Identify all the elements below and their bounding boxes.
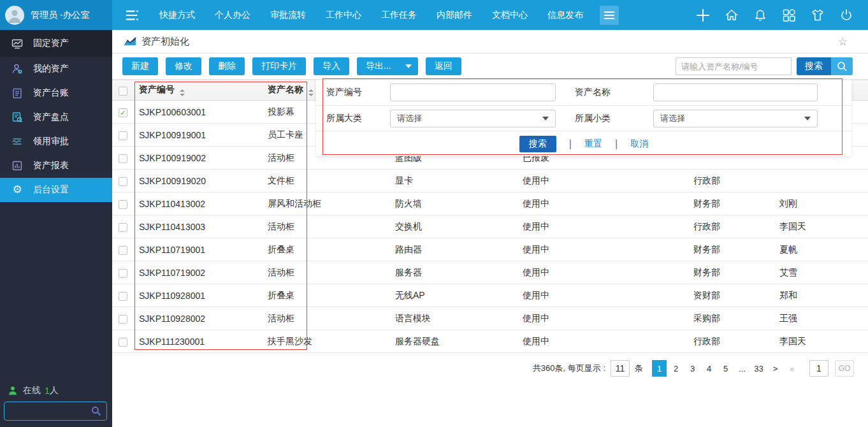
user-brand[interactable]: 管理员 -办公室	[0, 0, 112, 30]
page-button[interactable]: »	[785, 360, 799, 377]
export-label: 导出...	[366, 61, 391, 72]
nav-item[interactable]: 工作任务	[381, 10, 417, 21]
sidebar-item-asset-ledger[interactable]: 资产台账	[0, 81, 112, 105]
asset-code-input[interactable]	[390, 83, 556, 101]
quick-search-button[interactable]: 搜索	[797, 57, 831, 75]
nav-item[interactable]: 信息发布	[547, 10, 583, 21]
edit-button[interactable]: 修改	[166, 57, 201, 75]
sidebar-item-asset-reports[interactable]: 资产报表	[0, 154, 112, 178]
cell-user	[774, 170, 868, 192]
approval-list-icon	[11, 136, 23, 147]
cell-item-name: 交换机	[390, 215, 517, 238]
table-row[interactable]: SJKP110928002 活动柜 语言模块 使用中 采购部 王强	[112, 307, 868, 330]
nav-item[interactable]: 快捷方式	[159, 10, 195, 21]
page-button[interactable]: >	[768, 360, 783, 377]
row-checkbox[interactable]	[119, 200, 127, 209]
page-button[interactable]: 4	[702, 360, 716, 377]
sidebar-item-my-assets[interactable]: 我的资产	[0, 57, 112, 81]
apps-grid-icon[interactable]	[781, 8, 797, 23]
page-button[interactable]: 1	[652, 360, 667, 377]
table-row[interactable]: SJKP100919020 文件柜 显卡 使用中 行政部	[112, 170, 868, 192]
delete-button[interactable]: 删除	[209, 57, 245, 75]
sort-arrows-icon[interactable]	[180, 89, 185, 96]
chevron-down-icon	[804, 117, 811, 120]
go-button[interactable]: GO	[835, 360, 854, 377]
page-button[interactable]: 5	[718, 360, 733, 377]
cell-status: 使用中	[517, 238, 688, 261]
power-icon[interactable]	[839, 8, 854, 23]
add-icon[interactable]	[695, 8, 711, 23]
new-button[interactable]: 新建	[122, 57, 158, 75]
pagination-pages: 12345...33>»	[652, 360, 799, 377]
goto-page-input[interactable]	[809, 360, 828, 377]
page-button[interactable]: 3	[685, 360, 700, 377]
nav-item[interactable]: 审批流转	[270, 10, 306, 21]
row-checkbox[interactable]	[119, 269, 127, 278]
table-row[interactable]: SJKP110413002 屏风和活动柜 防火墙 使用中 财务部 刘刚	[112, 192, 868, 215]
sidebar-item-requisition-approval[interactable]: 领用审批	[0, 129, 112, 154]
row-checkbox[interactable]	[119, 315, 127, 324]
page-button[interactable]: ...	[735, 360, 749, 377]
table-row[interactable]: SJKP110928001 折叠桌 无线AP 使用中 资财部 郑和	[112, 284, 868, 307]
cell-department: 行政部	[688, 330, 774, 353]
nav-item[interactable]: 内部邮件	[437, 10, 472, 21]
panel-search-button[interactable]: 搜索	[519, 136, 556, 152]
collapse-sidebar-icon[interactable]	[125, 8, 140, 23]
sort-arrows-icon[interactable]	[308, 89, 314, 96]
sidebar-item-fixed-assets[interactable]: 固定资产	[0, 30, 112, 57]
nav-item[interactable]: 文档中心	[492, 10, 528, 21]
row-checkbox[interactable]	[119, 154, 127, 163]
cell-user: 李国天	[774, 215, 868, 238]
nav-item[interactable]: 工作中心	[326, 10, 361, 21]
favorite-star-icon[interactable]: ☆	[838, 35, 848, 48]
nav-item[interactable]: 个人办公	[215, 10, 250, 21]
cell-item-name: 显卡	[390, 170, 517, 192]
minor-category-select[interactable]: 请选择	[653, 110, 818, 127]
cell-asset-code: SJKP110719002	[134, 261, 263, 284]
reset-link[interactable]: 重置	[584, 138, 602, 150]
cell-asset-code: SJKP100919002	[134, 147, 263, 170]
cell-item-name: 服务器硬盘	[390, 330, 517, 353]
search-magnifier-button[interactable]	[831, 57, 853, 75]
sidebar-item-asset-inventory[interactable]: 资产盘点	[0, 105, 112, 129]
row-checkbox[interactable]	[119, 131, 127, 140]
asset-name-header-label: 资产名称	[268, 84, 303, 94]
search-icon	[837, 61, 848, 72]
row-checkbox[interactable]	[119, 338, 127, 347]
sidebar-item-label: 后台设置	[33, 184, 69, 196]
row-checkbox[interactable]	[119, 246, 127, 255]
row-checkbox[interactable]	[119, 292, 127, 301]
row-checkbox[interactable]	[119, 223, 127, 232]
back-button[interactable]: 返回	[426, 57, 461, 75]
page-header: 资产初始化 ☆	[112, 30, 868, 54]
asset-name-input[interactable]	[653, 83, 818, 101]
row-checkbox[interactable]	[119, 177, 127, 186]
column-header-asset-code[interactable]: 资产编号	[134, 80, 263, 101]
page-size-input[interactable]	[611, 360, 630, 377]
table-row[interactable]: SJKP110719001 折叠桌 路由器 使用中 财务部 夏帆	[112, 238, 868, 261]
print-card-button[interactable]: 打印卡片	[252, 57, 306, 75]
theme-shirt-icon[interactable]	[810, 8, 825, 23]
table-row[interactable]: SJKP110719002 活动柜 服务器 使用中 财务部 艾雪	[112, 261, 868, 284]
sidebar-item-backend-settings[interactable]: ⚙ 后台设置	[0, 178, 112, 202]
search-icon[interactable]	[91, 406, 101, 416]
search-panel-actions: 搜索 | 重置 | 取消	[316, 131, 851, 156]
apps-menu-button[interactable]	[600, 6, 619, 25]
notifications-bell-icon[interactable]	[753, 8, 768, 23]
import-button[interactable]: 导入	[314, 57, 349, 75]
quick-search-input[interactable]	[676, 57, 792, 75]
sidebar-search-input[interactable]	[4, 407, 91, 416]
page-button[interactable]: 2	[669, 360, 683, 377]
table-row[interactable]: SJKP110413003 活动柜 交换机 使用中 行政部 李国天	[112, 215, 868, 238]
page-button[interactable]: 33	[751, 360, 766, 377]
cancel-link[interactable]: 取消	[630, 138, 648, 150]
select-all-checkbox[interactable]	[119, 87, 127, 96]
pagination-total-label: 共360条, 每页显示 :	[533, 363, 605, 374]
export-dropdown-button[interactable]: 导出...	[357, 57, 418, 75]
home-icon[interactable]	[724, 8, 739, 23]
row-checkbox[interactable]: ✓	[119, 108, 127, 117]
table-row[interactable]: SJKP111230001 扶手黑沙发 服务器硬盘 使用中 行政部 李国天	[112, 330, 868, 353]
hamburger-icon	[604, 11, 615, 20]
sidebar-item-label: 我的资产	[33, 63, 69, 75]
major-category-select[interactable]: 请选择	[390, 110, 556, 127]
